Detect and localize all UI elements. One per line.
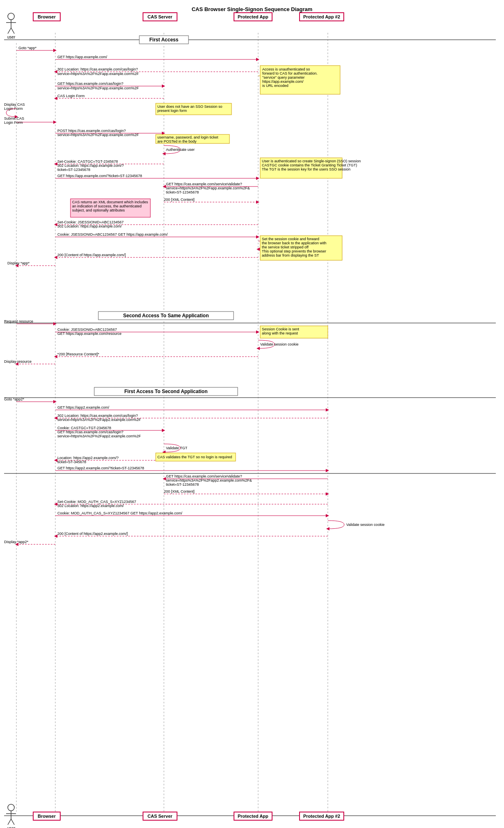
svg-marker-52 [256,177,259,180]
diagram-svg: First Access Second Access To Same Appli… [4,12,500,828]
svg-text:Location: https://app2.example: Location: https://app2.example.com/? [57,456,119,460]
svg-text:302 Location: https://app.exam: 302 Location: https://app.example.com/ [57,224,122,228]
svg-marker-47 [54,162,57,166]
svg-marker-87 [54,355,57,358]
svg-marker-72 [54,256,57,259]
svg-text:Set-Cookie: JSESSIONID=ABC1234: Set-Cookie: JSESSIONID=ABC1234567 [57,220,124,224]
svg-text:the service ticket stripped of: the service ticket stripped off [262,245,309,249]
svg-text:along with the request: along with the request [262,331,298,335]
svg-text:CAS validates the TGT so no lo: CAS validates the TGT so no login is req… [157,455,232,459]
svg-text:service=https%3A%2F%2Fapp2.exa: service=https%3A%2F%2Fapp2.example.com%2… [57,434,141,438]
svg-text:ticket=ST-12345678: ticket=ST-12345678 [57,168,90,172]
svg-text:Goto *app*: Goto *app* [18,46,37,50]
svg-text:Validate TGT: Validate TGT [166,446,188,450]
svg-text:User is authenticated so creat: User is authenticated so create Single-s… [262,159,361,163]
svg-marker-122 [326,492,329,496]
svg-text:Cookie: CASTGC=TGT-2345678: Cookie: CASTGC=TGT-2345678 [57,426,111,430]
svg-marker-23 [54,70,57,73]
svg-text:Access is unauthenticated so: Access is unauthenticated so [262,67,310,71]
svg-marker-27 [162,84,165,88]
svg-text:Validate session cookie: Validate session cookie [346,523,384,527]
svg-text:present login form: present login form [157,109,187,113]
svg-text:GET https://app2.example.com/?: GET https://app2.example.com/?ticket=ST-… [57,466,144,470]
svg-text:CAS Login Form: CAS Login Form [57,94,85,98]
user-actor-bottom: user [4,803,18,828]
svg-text:GET https://cas.example.com/se: GET https://cas.example.com/serviceValid… [166,474,242,478]
svg-text:ticket=ST-12345678: ticket=ST-12345678 [166,190,199,194]
svg-line-180 [11,819,14,825]
svg-text:CAS returns an XML document wh: CAS returns an XML document which includ… [72,200,148,204]
svg-text:an indication of success, the : an indication of success, the authentica… [72,204,142,208]
svg-marker-131 [326,527,329,530]
svg-text:GET https://cas.example.com/se: GET https://cas.example.com/serviceValid… [166,182,242,186]
svg-text:Cookie: JSESSIONID=ABC1234567 : Cookie: JSESSIONID=ABC1234567 GET https:… [57,232,168,237]
svg-text:GET https://app2.example.com/: GET https://app2.example.com/ [57,405,109,409]
svg-marker-117 [163,477,166,480]
svg-text:First Access To Second Applica: First Access To Second Application [125,389,208,394]
svg-marker-96 [326,408,329,412]
svg-marker-99 [54,416,57,420]
svg-text:200 [Content of https://app2.e: 200 [Content of https://app2.example.com… [57,532,128,536]
user-actor-top: user [4,12,18,39]
app2-header-bottom: Protected App #2 [299,812,344,821]
svg-marker-78 [53,322,57,325]
user-stick-figure-top [4,12,18,35]
svg-marker-55 [163,185,166,188]
svg-text:Display *app*: Display *app* [7,261,30,265]
svg-marker-129 [326,514,329,517]
svg-text:service=https%3A%2F%2Fapp.exam: service=https%3A%2F%2Fapp.example.com%2F… [166,186,250,190]
svg-line-179 [8,819,11,825]
diagram-title: CAS Browser Single-Signon Sequence Diagr… [4,4,500,12]
svg-marker-17 [53,49,57,52]
svg-text:200 [Content of https://app.ex: 200 [Content of https://app.example.com/… [57,253,126,257]
svg-point-176 [8,804,14,811]
svg-text:Second Access To Same Applicat: Second Access To Same Application [123,313,209,318]
svg-text:are POSTed in the body: are POSTed in the body [157,139,197,143]
svg-text:Submit CAS: Submit CAS [4,116,24,121]
svg-text:200 [XML Content]: 200 [XML Content] [164,198,195,202]
svg-text:302 Location: https://app2.exa: 302 Location: https://app2.example.com/ [57,504,124,508]
svg-text:CASTGC cookie contains the Tic: CASTGC cookie contains the Ticket Granti… [262,163,357,167]
svg-text:address bar from displaying th: address bar from displaying the ST [262,253,319,257]
svg-line-175 [11,28,14,34]
app2-header-top: Protected App #2 [299,12,344,21]
svg-marker-93 [53,400,57,403]
svg-text:Login Form: Login Form [4,121,23,125]
svg-text:POST https://cas.example.com/c: POST https://cas.example.com/cas/login? [57,129,126,133]
svg-marker-103 [162,429,165,432]
app1-header-bottom: Protected App [234,812,272,821]
svg-text:Display resource: Display resource [4,359,32,364]
svg-marker-84 [257,347,260,350]
svg-text:*200 [Resource Content]*: *200 [Resource Content]* [57,352,100,356]
svg-text:service=https%3A%2F%2Fapp.exam: service=https%3A%2F%2Fapp.example.com%2F [57,133,139,137]
svg-text:302 Location: https://cas.exam: 302 Location: https://cas.example.com/ca… [57,414,138,418]
user-label-bottom: user [7,826,15,828]
svg-text:The TGT is the session key for: The TGT is the session key for the users… [262,167,350,171]
svg-text:Goto *app2*: Goto *app2* [4,397,25,401]
svg-text:Authenticate user: Authenticate user [166,148,195,152]
svg-text:302 Location: https://cas.exam: 302 Location: https://cas.example.com/ca… [57,67,138,71]
svg-text:Cookie: JSESSIONID=ABC1234567: Cookie: JSESSIONID=ABC1234567 [57,328,117,332]
svg-marker-63 [54,223,57,226]
svg-marker-31 [54,97,57,100]
svg-marker-125 [54,503,57,506]
diagram-container: CAS Browser Single-Signon Sequence Diagr… [0,0,504,828]
svg-text:Set-Cookie: MOD_AUTH_CAS_S=XYZ: Set-Cookie: MOD_AUTH_CAS_S=XYZ1234567 [57,500,136,504]
svg-text:Set the session cookie and for: Set the session cookie and forward [262,237,319,241]
svg-marker-20 [256,58,259,61]
browser-header-top: Browser [33,12,61,21]
svg-marker-134 [54,535,57,538]
svg-point-171 [8,13,14,20]
svg-text:GET https://cas.example.com/ca: GET https://cas.example.com/cas/login? [57,82,123,86]
svg-text:forward to CAS for authenticat: forward to CAS for authentication. [262,71,318,75]
svg-text:GET https://app.example.com/?t: GET https://app.example.com/?ticket=ST-1… [57,174,142,178]
user-label-top: user [7,35,15,39]
svg-text:username, password, and login : username, password, and login ticket [157,135,218,139]
svg-text:Validate session cookie: Validate session cookie [260,342,298,346]
svg-marker-114 [326,469,329,472]
svg-text:200 [XML Content]: 200 [XML Content] [164,489,195,494]
svg-text:Set-Cookie: CASTGC=TGT-2345678: Set-Cookie: CASTGC=TGT-2345678 [57,159,118,164]
svg-text:https://app.example.com/: https://app.example.com/ [262,80,304,84]
svg-text:This optional step prevents th: This optional step prevents the browser [262,249,326,253]
browser-header-bottom: Browser [33,812,61,821]
